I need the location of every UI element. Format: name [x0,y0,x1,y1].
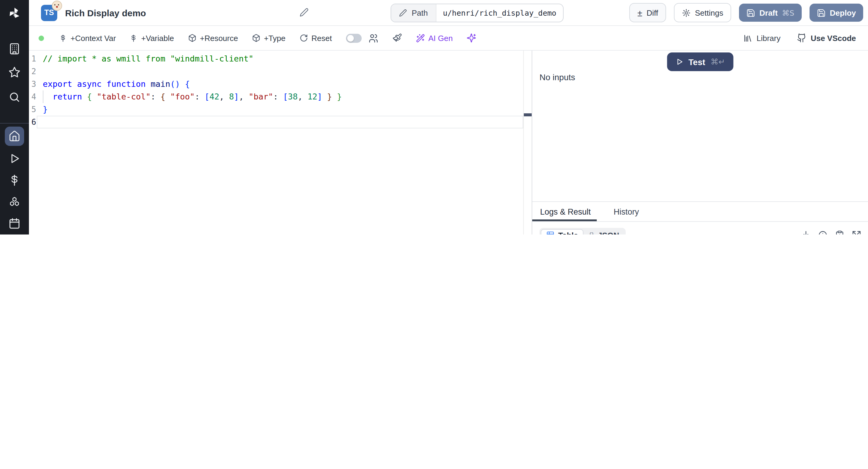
line-number: 5 [29,103,36,116]
add-variable-label: +Variable [141,33,174,42]
code-line-1: // import * as wmill from "windmill-clie… [43,53,532,65]
copy-clipboard-icon[interactable] [835,230,844,234]
editor-toolbar: +Context Var +Variable +Resource +Type R… [29,26,868,51]
edit-path-pencil-icon [399,9,407,17]
sidebar-item-schedules[interactable] [0,215,29,232]
draft-shortcut: ⌘S [782,8,794,17]
content: 1 2 3 4 5 6 // import * as wmill from "w… [29,51,868,234]
path-value: u/henri/rich_display_demo [436,4,563,22]
code-line-3: export async function main() { [43,78,532,90]
line-number: 1 [29,53,36,65]
add-context-var-label: +Context Var [70,33,116,42]
sidebar [0,0,29,234]
search-icon[interactable] [0,89,29,105]
ai-gen-button[interactable]: AI Gen [415,33,453,42]
braces-icon: {} [589,230,594,234]
vscode-github-icon [797,33,807,43]
page-title: Rich Display demo [65,7,146,18]
active-tab-underline [532,219,597,221]
workspace-icon[interactable] [0,40,29,57]
add-type-button[interactable]: +Type [252,33,286,42]
use-vscode-label: Use VScode [811,33,856,42]
typescript-badge: TS [41,4,57,21]
toolbar-right: Library Use VScode [743,33,858,43]
reset-icon [299,34,308,42]
test-shortcut: ⌘↵ [711,57,725,66]
add-resource-button[interactable]: +Resource [188,33,238,42]
test-button[interactable]: Test ⌘↵ [667,53,733,71]
save-icon [816,8,826,17]
windmill-logo-icon[interactable] [0,5,29,22]
view-switcher: Table {} JSON [539,227,626,234]
favorites-star-icon[interactable] [0,64,29,81]
use-vscode-button[interactable]: Use VScode [797,33,856,43]
cursor-position-mark [524,113,532,116]
info-icon[interactable] [818,230,828,234]
line-number: 3 [29,78,36,90]
view-table-option[interactable]: Table [541,229,584,234]
download-icon[interactable] [801,230,811,234]
view-json-label: JSON [598,230,619,234]
no-inputs-text: No inputs [539,72,575,82]
dollar-icon [59,34,67,42]
test-area: Test ⌘↵ No inputs [532,51,868,201]
draft-button[interactable]: Draft ⌘S [739,4,802,22]
path-button[interactable]: Path u/henri/rich_display_demo [391,4,564,22]
current-line-highlight [37,116,523,128]
header: TS Rich Display demo Path u/henri/rich_d… [29,0,868,26]
view-table-label: Table [558,230,578,234]
diff-mode-toggle[interactable] [346,33,361,42]
tab-logs-result[interactable]: Logs & Result [540,207,591,216]
play-icon [675,58,683,66]
line-number: 4 [29,90,36,103]
library-button[interactable]: Library [743,33,781,42]
tab-history[interactable]: History [614,207,639,216]
mascot-emoji-badge [52,0,62,10]
sidebar-item-home[interactable] [5,127,24,146]
package-icon [252,34,260,42]
settings-button[interactable]: Settings [674,3,731,22]
table-icon [546,231,555,234]
ai-gen-label: AI Gen [428,33,453,42]
overview-ruler[interactable] [523,51,524,234]
add-type-label: +Type [264,33,286,42]
view-json-option[interactable]: {} JSON [584,229,624,234]
header-actions: ± Diff Settings Draft ⌘S Deploy [629,3,868,22]
settings-button-label: Settings [695,8,723,17]
package-icon [188,34,196,42]
result-tabs: Logs & Result History [532,202,868,222]
line-number-gutter[interactable]: 1 2 3 4 5 6 [29,53,36,128]
sidebar-item-runs[interactable] [0,150,29,167]
sidebar-item-resources[interactable] [0,193,29,210]
diff-button[interactable]: ± Diff [629,3,666,22]
library-label: Library [756,33,781,42]
status-dot [38,35,44,41]
diff-button-label: Diff [647,8,658,17]
path-label-segment: Path [391,4,436,22]
result-actions [801,230,863,234]
add-resource-label: +Resource [200,33,238,42]
windmill-script-editor: TS Rich Display demo Path u/henri/rich_d… [0,0,868,234]
sidebar-item-variables[interactable] [0,172,29,189]
reset-label: Reset [311,33,332,42]
deploy-button[interactable]: Deploy [809,4,863,22]
library-icon [743,33,752,42]
indent-guide [43,90,43,103]
sparkles-icon[interactable] [467,33,476,43]
code-line-4: return { "table-col": { "foo": [42, 8], … [43,90,532,103]
sidebar-divider [0,123,29,124]
line-number: 2 [29,65,36,78]
draft-button-label: Draft [760,8,778,17]
add-context-var-button[interactable]: +Context Var [59,33,116,42]
code-editor[interactable]: 1 2 3 4 5 6 // import * as wmill from "w… [29,51,532,234]
add-variable-button[interactable]: +Variable [130,33,174,42]
magic-wand-icon [415,33,425,42]
edit-title-pencil-icon[interactable] [300,8,309,17]
format-brush-icon[interactable] [392,33,402,43]
diff-mode-group [346,33,378,43]
preview-panel: Test ⌘↵ No inputs Logs & Result History [532,51,868,234]
expand-icon[interactable] [852,230,861,234]
reset-button[interactable]: Reset [299,33,332,42]
users-icon[interactable] [368,33,378,43]
typescript-badge-label: TS [44,8,54,17]
